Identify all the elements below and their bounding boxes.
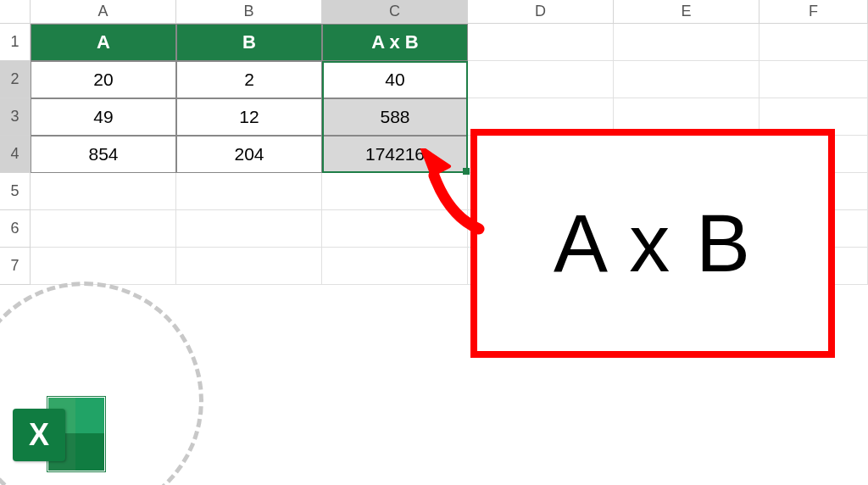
cell-e1[interactable] bbox=[614, 24, 760, 61]
cell-c2[interactable]: 40 bbox=[322, 61, 468, 98]
col-header-c[interactable]: C bbox=[322, 0, 468, 24]
callout-box: A x B bbox=[470, 129, 835, 358]
cell-c1[interactable]: A x B bbox=[322, 24, 468, 61]
cell-b3[interactable]: 12 bbox=[176, 98, 322, 136]
cell-b2[interactable]: 2 bbox=[176, 61, 322, 98]
cell-f1[interactable] bbox=[760, 24, 868, 61]
cell-a3[interactable]: 49 bbox=[31, 98, 176, 136]
col-header-d[interactable]: D bbox=[468, 0, 614, 24]
cell-a5[interactable] bbox=[31, 173, 176, 210]
cell-a4[interactable]: 854 bbox=[31, 136, 176, 173]
col-header-f[interactable]: F bbox=[760, 0, 868, 24]
col-header-e[interactable]: E bbox=[614, 0, 760, 24]
cell-b7[interactable] bbox=[176, 248, 322, 285]
callout-label: A x B bbox=[554, 197, 752, 290]
cell-d2[interactable] bbox=[468, 61, 614, 98]
cell-b1[interactable]: B bbox=[176, 24, 322, 61]
callout-arrow-icon bbox=[398, 148, 500, 242]
excel-icon: X bbox=[13, 392, 106, 477]
cell-b5[interactable] bbox=[176, 173, 322, 210]
cell-a1[interactable]: A bbox=[31, 24, 176, 61]
col-header-a[interactable]: A bbox=[31, 0, 176, 24]
cell-f2[interactable] bbox=[760, 61, 868, 98]
cell-c7[interactable] bbox=[322, 248, 468, 285]
cell-d1[interactable] bbox=[468, 24, 614, 61]
row-header-4[interactable]: 4 bbox=[0, 136, 31, 173]
spreadsheet-grid: A B C D E F 1 2 3 4 5 6 7 A B A x B 20 2… bbox=[0, 0, 868, 485]
row-header-7[interactable]: 7 bbox=[0, 248, 31, 285]
row-header-1[interactable]: 1 bbox=[0, 24, 31, 61]
row-headers-col: 1 2 3 4 5 6 7 bbox=[0, 24, 31, 285]
column-headers-row: A B C D E F bbox=[0, 0, 868, 24]
cell-a7[interactable] bbox=[31, 248, 176, 285]
cell-b4[interactable]: 204 bbox=[176, 136, 322, 173]
select-all-corner[interactable] bbox=[0, 0, 31, 24]
cell-e2[interactable] bbox=[614, 61, 760, 98]
cell-b6[interactable] bbox=[176, 210, 322, 248]
row-header-3[interactable]: 3 bbox=[0, 98, 31, 136]
row-header-2[interactable]: 2 bbox=[0, 61, 31, 98]
excel-x-label: X bbox=[29, 417, 49, 453]
cell-a6[interactable] bbox=[31, 210, 176, 248]
row-header-5[interactable]: 5 bbox=[0, 173, 31, 210]
cell-c3[interactable]: 588 bbox=[322, 98, 468, 136]
excel-logo-area: X bbox=[0, 282, 203, 485]
cell-a2[interactable]: 20 bbox=[31, 61, 176, 98]
col-header-b[interactable]: B bbox=[176, 0, 322, 24]
row-header-6[interactable]: 6 bbox=[0, 210, 31, 248]
